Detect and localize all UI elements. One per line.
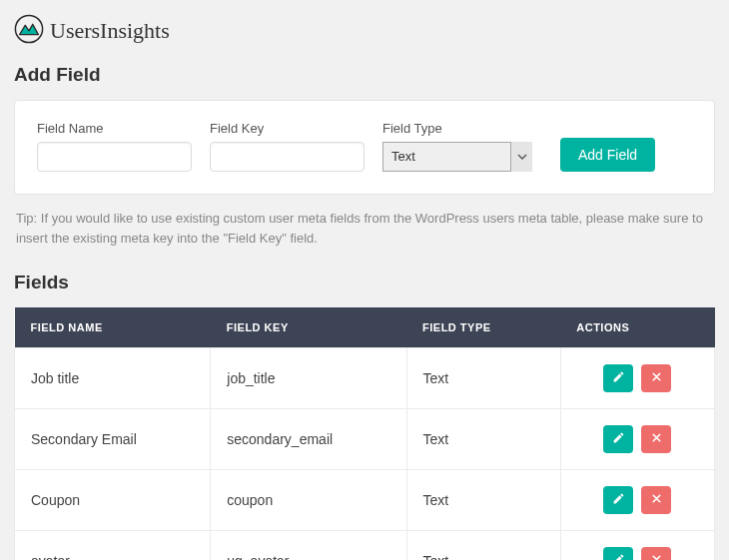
fields-heading: Fields: [14, 272, 715, 293]
pencil-icon: [612, 370, 625, 386]
cell-actions: [560, 531, 714, 561]
field-type-group: Field Type Text: [382, 121, 532, 172]
close-icon: [650, 492, 663, 508]
pencil-icon: [612, 492, 625, 508]
table-row: avatar ug_avatar Text: [15, 531, 715, 561]
edit-button[interactable]: [603, 425, 633, 453]
th-field-key: FIELD KEY: [211, 307, 406, 348]
cell-field-name: Job title: [15, 348, 211, 409]
pencil-icon: [612, 431, 625, 447]
th-actions: ACTIONS: [560, 307, 714, 348]
fields-table: FIELD NAME FIELD KEY FIELD TYPE ACTIONS …: [14, 307, 715, 560]
close-icon: [650, 431, 663, 447]
field-name-label: Field Name: [37, 121, 192, 136]
table-row: Secondary Email secondary_email Text: [15, 409, 715, 470]
cell-field-name: avatar: [15, 531, 211, 561]
field-key-label: Field Key: [210, 121, 364, 136]
cell-field-key: coupon: [211, 470, 406, 531]
cell-actions: [560, 409, 714, 470]
brand-name: UsersInsights: [50, 18, 170, 44]
th-field-name: FIELD NAME: [15, 307, 211, 348]
field-name-group: Field Name: [37, 121, 192, 172]
pencil-icon: [612, 553, 625, 560]
cell-field-name: Coupon: [15, 470, 211, 531]
field-key-group: Field Key: [210, 121, 364, 172]
delete-button[interactable]: [641, 486, 671, 514]
cell-field-name: Secondary Email: [15, 409, 211, 470]
field-name-input[interactable]: [37, 142, 192, 172]
chevron-down-icon: [510, 142, 532, 172]
cell-field-key: ug_avatar: [211, 531, 406, 561]
cell-field-key: job_title: [211, 348, 406, 409]
logo-icon: [14, 14, 44, 48]
table-row: Coupon coupon Text: [15, 470, 715, 531]
close-icon: [650, 370, 663, 386]
add-field-form: Field Name Field Key Field Type Text Add…: [37, 121, 692, 172]
delete-button[interactable]: [641, 364, 671, 392]
field-type-select[interactable]: Text: [382, 142, 532, 172]
cell-actions: [560, 348, 714, 409]
cell-field-type: Text: [406, 531, 560, 561]
cell-field-type: Text: [406, 348, 560, 409]
field-key-input[interactable]: [210, 142, 364, 172]
field-type-label: Field Type: [382, 121, 532, 136]
table-header-row: FIELD NAME FIELD KEY FIELD TYPE ACTIONS: [15, 307, 715, 348]
add-field-heading: Add Field: [14, 64, 715, 86]
cell-actions: [560, 470, 714, 531]
th-field-type: FIELD TYPE: [406, 307, 560, 348]
cell-field-key: secondary_email: [211, 409, 406, 470]
svg-point-0: [15, 15, 42, 42]
submit-group: Add Field: [560, 138, 655, 172]
delete-button[interactable]: [641, 425, 671, 453]
cell-field-type: Text: [406, 409, 560, 470]
add-field-card: Field Name Field Key Field Type Text Add…: [14, 100, 715, 195]
edit-button[interactable]: [603, 486, 633, 514]
edit-button[interactable]: [603, 547, 633, 560]
table-row: Job title job_title Text: [15, 348, 715, 409]
cell-field-type: Text: [406, 470, 560, 531]
edit-button[interactable]: [603, 364, 633, 392]
close-icon: [650, 553, 663, 560]
delete-button[interactable]: [641, 547, 671, 560]
tip-text: Tip: If you would like to use existing c…: [16, 209, 713, 248]
add-field-button[interactable]: Add Field: [560, 138, 655, 172]
brand-header: UsersInsights: [14, 14, 715, 48]
